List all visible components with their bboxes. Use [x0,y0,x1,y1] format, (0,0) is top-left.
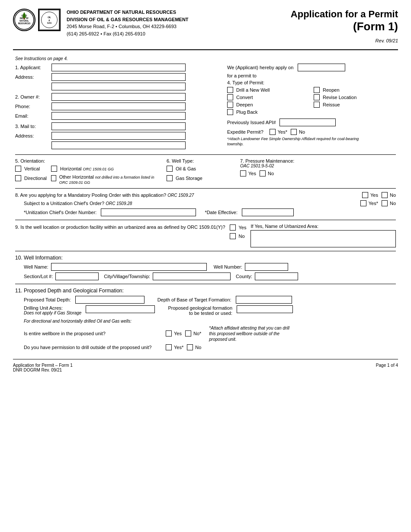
q8b-yes-checkbox[interactable] [360,200,366,206]
wellbore-no-row: No* [185,330,201,337]
permission-no-checkbox[interactable] [187,344,193,350]
section-lot-input[interactable] [55,272,99,280]
wellbore-no-label: No* [193,331,201,336]
permission-yes-checkbox[interactable] [166,344,172,350]
order-number-label: *Unitization Chief's Order Number: [24,210,96,215]
vertical-checkbox[interactable] [15,166,21,172]
q9-yes-row: Yes [230,224,247,231]
wellbore-yes-label: Yes [174,331,182,336]
depth-base-input[interactable] [236,296,292,304]
q8-no-checkbox[interactable] [382,192,388,198]
drill-new-checkbox[interactable] [227,87,233,93]
directional-checkbox[interactable] [15,175,21,181]
instructions: See Instructions on page 4. [15,56,396,61]
section-10-label: 10. Well Information: [15,255,396,261]
applicant-input[interactable] [51,64,186,71]
q9-no-checkbox[interactable] [230,233,236,239]
pressure-yes-row: Yes [240,170,256,176]
org-line1: OHIO DEPARTMENT OF NATURAL RESOURCES [67,9,291,16]
expedite-yes-label: Yes* [278,129,287,135]
deepen-checkbox[interactable] [227,102,233,108]
revise-location-checkbox[interactable] [314,94,320,100]
q8-no-label: No [390,192,396,198]
for-permit-row: for a permit to [227,73,396,78]
permit-type-label: 4. Type of Permit: [227,80,396,85]
horizontal-row: Horizontal ORC 1509.01 GG [51,166,162,172]
permit-reopen: Reopen [314,87,396,93]
directional-label: Directional [24,176,47,181]
mail-input[interactable] [51,122,186,130]
proposed-geo-input[interactable] [237,305,293,313]
expedite-yes-checkbox[interactable] [270,129,276,135]
pressure-yn: Yes No [240,170,396,176]
city-township-label: City/Village/Township: [104,274,150,279]
vertical-label: Vertical [24,166,40,171]
plug-back-checkbox[interactable] [227,109,233,115]
phone-row: Phone: [15,103,223,110]
other-horizontal-checkbox[interactable] [51,175,56,181]
footer-right: Page 1 of 4 [376,363,398,372]
mail-address-input1[interactable] [51,132,186,140]
wellbore-yes-checkbox[interactable] [166,330,172,337]
drilling-unit-label: Drilling Unit Acres: [24,305,81,311]
phone-input[interactable] [51,103,186,110]
well-number-input[interactable] [245,263,288,271]
oil-gas-checkbox[interactable] [167,166,173,172]
pressure-yes-checkbox[interactable] [240,170,246,176]
horizontal-checkbox[interactable] [51,166,57,172]
q8-yes-checkbox[interactable] [362,192,368,198]
email-input[interactable] [51,112,186,120]
q9-yes-label: Yes [239,225,247,230]
other-horizontal-row: Other Horizontal not drilled into a form… [51,174,162,185]
api-input[interactable] [279,119,336,126]
q8b-no-checkbox[interactable] [382,200,388,206]
permit-type-grid: Drill a New Well Reopen Convert Revise L… [227,87,396,115]
q9-no-label: No [239,234,245,239]
header-text: OHIO DEPARTMENT OF NATURAL RESOURCES DIV… [67,9,291,37]
apply-input[interactable] [298,64,345,71]
depth-base-label: Depth of Base of Target Formation: [157,297,231,302]
pressure-no-row: No [260,170,274,176]
mail-address-row1: Address: [15,132,223,140]
gas-storage-checkbox[interactable] [167,175,173,181]
expedite-no-checkbox[interactable] [291,129,297,135]
form-title: Application for a Permit (Form 1) Rev. 0… [291,9,398,45]
dnr-logo: OHIO DEPT. OF NATURAL RESOURCES [13,9,35,31]
owner-input[interactable] [51,93,186,101]
svg-text:NATURAL: NATURAL [19,20,29,22]
well-number-label: Well Number: [214,264,242,269]
q9-yes-checkbox[interactable] [230,224,236,231]
mail-label: 3. Mail to: [15,124,50,129]
section-11: 11. Proposed Depth and Geological Format… [15,288,396,350]
drilling-unit-input[interactable] [86,305,155,313]
svg-text:&: & [48,19,50,22]
permission-no-row: No [187,344,201,350]
address-input2[interactable] [51,83,186,90]
section-11-label: 11. Proposed Depth and Geological Format… [15,288,396,294]
address-input1[interactable] [51,73,186,81]
proposed-depth-input[interactable] [75,296,144,304]
well-name-input[interactable] [51,263,207,271]
pressure-no-checkbox[interactable] [260,170,266,176]
form-body: See Instructions on page 4. 1. Applicant… [13,56,398,350]
section-10: 10. Well Information: Well Name: Well Nu… [15,255,396,280]
city-township-input[interactable] [153,272,231,280]
reopen-checkbox[interactable] [314,87,320,93]
q9-name-input[interactable] [250,230,396,247]
reissue-checkbox[interactable] [314,102,320,108]
q8b-no-row: No [382,200,396,206]
proposed-geo-label2: to be tested or used: [168,311,232,316]
wellbore-q-text: Is entire wellbore in the proposed unit? [24,331,162,336]
county-input[interactable] [255,272,298,280]
convert-checkbox[interactable] [227,94,233,100]
vertical-row: Vertical [15,166,47,172]
applicant-label: 1. Applicant: [15,65,50,70]
owner-row: 2. Owner #: [15,93,223,101]
mail-address-input2[interactable] [51,141,186,149]
drill-new-label: Drill a New Well [236,87,270,93]
order-number-input[interactable] [101,208,196,216]
address-label: Address: [15,74,50,80]
q8b-note: ORC 1509.28 [106,201,132,206]
wellbore-no-checkbox[interactable] [185,330,191,337]
date-effective-input[interactable] [242,208,294,216]
